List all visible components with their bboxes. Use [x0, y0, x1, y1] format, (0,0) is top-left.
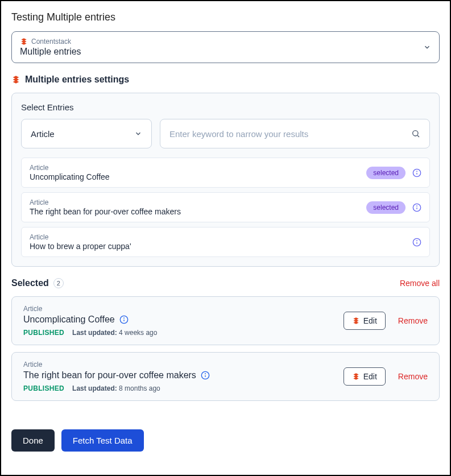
entry-item[interactable]: Article How to brew a proper cuppa' [21, 227, 430, 257]
info-icon[interactable] [201, 371, 210, 380]
entry-title: How to brew a proper cuppa' [30, 242, 131, 251]
entry-title: The right bean for pour-over coffee make… [30, 207, 181, 216]
edit-button[interactable]: Edit [344, 367, 386, 386]
status-badge: PUBLISHED [23, 329, 64, 337]
source-value: Multiple entries [20, 47, 81, 57]
source-label: Contentstack [31, 38, 71, 45]
page-title: Testing Multiple entries [11, 11, 440, 23]
info-icon[interactable] [412, 238, 421, 247]
chevron-down-icon [423, 43, 431, 51]
contentstack-logo-icon [352, 372, 360, 380]
done-button[interactable]: Done [11, 429, 55, 452]
edit-button[interactable]: Edit [344, 312, 386, 330]
entry-item[interactable]: Article The right bean for pour-over cof… [21, 192, 430, 222]
selected-card: Article Uncomplicating Coffee PUBLISHED … [11, 296, 440, 345]
chevron-down-icon [134, 130, 142, 138]
select-entries-label: Select Entries [21, 102, 430, 112]
info-icon[interactable] [119, 315, 129, 324]
selected-title: Selected [11, 278, 49, 288]
selected-count-badge: 2 [53, 278, 64, 288]
svg-point-4 [417, 171, 417, 172]
selected-badge: selected [366, 201, 406, 214]
remove-link[interactable]: Remove [398, 316, 428, 325]
svg-point-16 [205, 374, 206, 374]
selected-card: Article The right bean for pour-over cof… [11, 352, 440, 401]
settings-header: Multiple entries settings [11, 74, 440, 85]
selected-card-title: Uncomplicating Coffee [23, 314, 115, 325]
remove-all-link[interactable]: Remove all [400, 279, 440, 288]
svg-point-13 [123, 318, 124, 318]
selected-list: Article Uncomplicating Coffee PUBLISHED … [11, 296, 440, 401]
edit-button-label: Edit [363, 316, 377, 325]
settings-title: Multiple entries settings [25, 74, 129, 85]
contentstack-logo-icon [11, 75, 20, 84]
contentstack-logo-icon [352, 317, 360, 325]
edit-button-label: Edit [363, 372, 377, 381]
footer-buttons: Done Fetch Test Data [11, 429, 440, 452]
entry-type: Article [30, 164, 110, 172]
search-icon[interactable] [411, 129, 420, 138]
info-icon[interactable] [412, 203, 421, 212]
svg-point-7 [417, 206, 417, 206]
entry-type: Article [30, 233, 131, 241]
entry-title: Uncomplicating Coffee [30, 172, 110, 181]
search-field-wrapper [160, 119, 430, 148]
selected-section-header: Selected 2 Remove all [11, 278, 440, 288]
entry-type: Article [30, 198, 181, 206]
svg-point-0 [413, 131, 418, 136]
info-icon[interactable] [412, 168, 421, 177]
selected-card-title: The right bean for pour-over coffee make… [23, 370, 196, 380]
svg-line-1 [417, 135, 419, 137]
last-updated: Last updated: 4 weeks ago [72, 329, 157, 337]
status-badge: PUBLISHED [23, 384, 64, 392]
contentstack-logo-icon [20, 38, 28, 45]
selected-badge: selected [366, 167, 406, 179]
entry-list: Article Uncomplicating Coffee selected A… [21, 158, 430, 257]
svg-point-10 [417, 241, 417, 241]
selected-card-type: Article [23, 305, 157, 313]
last-updated: Last updated: 8 months ago [72, 384, 160, 392]
select-entries-panel: Select Entries Article Article Uncomplic… [11, 93, 440, 267]
selected-card-type: Article [23, 361, 210, 369]
remove-link[interactable]: Remove [398, 372, 428, 381]
content-type-dropdown[interactable]: Article [21, 119, 152, 148]
search-input[interactable] [169, 129, 411, 139]
source-dropdown[interactable]: Contentstack Multiple entries [11, 31, 440, 63]
fetch-test-data-button[interactable]: Fetch Test Data [61, 429, 144, 452]
entry-item[interactable]: Article Uncomplicating Coffee selected [21, 158, 430, 188]
content-type-value: Article [31, 129, 55, 139]
